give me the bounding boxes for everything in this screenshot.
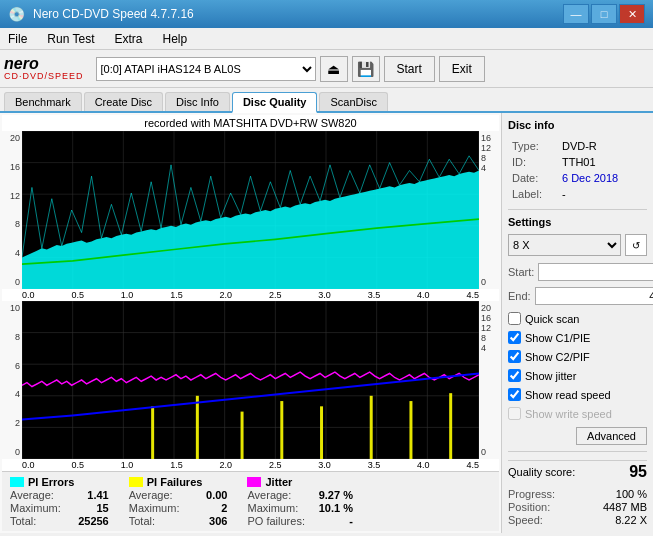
exit-button[interactable]: Exit [439, 56, 485, 82]
tabs: Benchmark Create Disc Disc Info Disc Qua… [0, 88, 653, 113]
minimize-button[interactable]: — [563, 4, 589, 24]
show-write-speed-checkbox[interactable] [508, 407, 521, 420]
jitter-max-label: Maximum: [247, 502, 298, 514]
stats-area: PI Errors Average: 1.41 Maximum: 15 Tota… [2, 471, 499, 531]
end-input[interactable] [535, 287, 653, 305]
pi-failures-avg-label: Average: [129, 489, 173, 501]
nero-logo: nero CD·DVD/SPEED [4, 56, 84, 81]
show-c1-pie-checkbox[interactable] [508, 331, 521, 344]
maximize-button[interactable]: □ [591, 4, 617, 24]
bottom-chart-wrapper: 10 8 6 4 2 0 [2, 301, 499, 459]
pi-errors-total-label: Total: [10, 515, 36, 527]
disc-label-value: - [560, 187, 645, 201]
show-jitter-label: Show jitter [525, 370, 576, 382]
pi-errors-avg-value: 1.41 [69, 489, 109, 501]
eject-button[interactable]: ⏏ [320, 56, 348, 82]
svg-rect-36 [241, 412, 244, 459]
chart-title: recorded with MATSHITA DVD+RW SW820 [2, 115, 499, 131]
show-read-speed-checkbox[interactable] [508, 388, 521, 401]
drive-select[interactable]: [0:0] ATAPI iHAS124 B AL0S [96, 57, 316, 81]
quality-score-value: 95 [629, 463, 647, 481]
pi-failures-total-value: 306 [187, 515, 227, 527]
end-label: End: [508, 290, 531, 302]
progress-label: Progress: [508, 488, 555, 500]
top-chart-canvas [22, 131, 479, 289]
menu-extra[interactable]: Extra [110, 30, 146, 48]
svg-rect-40 [409, 401, 412, 459]
show-c1-pie-label: Show C1/PIE [525, 332, 590, 344]
pi-errors-label: PI Errors [28, 476, 74, 488]
pi-failures-group: PI Failures Average: 0.00 Maximum: 2 Tot… [129, 476, 228, 527]
start-label: Start: [508, 266, 534, 278]
show-c2-pif-row: Show C2/PIF [508, 350, 647, 363]
speed-settings-row: Max1 X2 X4 X8 X12 X16 X ↺ [508, 234, 647, 256]
advanced-button[interactable]: Advanced [576, 427, 647, 445]
tab-scan-disc[interactable]: ScanDisc [319, 92, 387, 111]
disc-info-title: Disc info [508, 119, 647, 131]
speed-status-value: 8.22 X [615, 514, 647, 526]
menu-run-test[interactable]: Run Test [43, 30, 98, 48]
charts-container: 20 16 12 8 4 0 [2, 131, 499, 471]
top-chart-y-left: 20 16 12 8 4 0 [2, 131, 22, 289]
svg-rect-38 [320, 406, 323, 459]
bottom-chart-y-left: 10 8 6 4 2 0 [2, 301, 22, 459]
save-button[interactable]: 💾 [352, 56, 380, 82]
pi-failures-label: PI Failures [147, 476, 203, 488]
position-value: 4487 MB [603, 501, 647, 513]
pi-failures-total-label: Total: [129, 515, 155, 527]
show-jitter-checkbox[interactable] [508, 369, 521, 382]
tab-disc-quality[interactable]: Disc Quality [232, 92, 318, 113]
bottom-chart-x-axis: 0.0 0.5 1.0 1.5 2.0 2.5 3.0 3.5 4.0 4.5 [2, 459, 499, 471]
disc-date-value: 6 Dec 2018 [560, 171, 645, 185]
show-jitter-row: Show jitter [508, 369, 647, 382]
disc-id-value: TTH01 [560, 155, 645, 169]
disc-id-label: ID: [510, 155, 558, 169]
show-c1-pie-row: Show C1/PIE [508, 331, 647, 344]
svg-rect-41 [449, 393, 452, 459]
quick-scan-checkbox[interactable] [508, 312, 521, 325]
svg-rect-37 [280, 401, 283, 459]
start-button[interactable]: Start [384, 56, 435, 82]
tab-disc-info[interactable]: Disc Info [165, 92, 230, 111]
pi-errors-max-label: Maximum: [10, 502, 61, 514]
speed-select[interactable]: Max1 X2 X4 X8 X12 X16 X [508, 234, 621, 256]
jitter-group: Jitter Average: 9.27 % Maximum: 10.1 % P… [247, 476, 352, 527]
pi-errors-total-value: 25256 [69, 515, 109, 527]
quick-scan-row: Quick scan [508, 312, 647, 325]
settings-title: Settings [508, 216, 647, 228]
svg-rect-35 [196, 396, 199, 459]
disc-type-value: DVD-R [560, 139, 645, 153]
tab-create-disc[interactable]: Create Disc [84, 92, 163, 111]
jitter-avg-label: Average: [247, 489, 291, 501]
divider-2 [508, 451, 647, 452]
show-c2-pif-checkbox[interactable] [508, 350, 521, 363]
disc-date-label: Date: [510, 171, 558, 185]
pi-failures-max-value: 2 [187, 502, 227, 514]
quality-score-row: Quality score: 95 [508, 460, 647, 481]
svg-rect-39 [370, 396, 373, 459]
jitter-max-value: 10.1 % [313, 502, 353, 514]
disc-type-row: Type: DVD-R [510, 139, 645, 153]
progress-value: 100 % [616, 488, 647, 500]
right-panel: Disc info Type: DVD-R ID: TTH01 Date: 6 … [501, 113, 653, 533]
menu-help[interactable]: Help [159, 30, 192, 48]
refresh-button[interactable]: ↺ [625, 234, 647, 256]
show-read-speed-label: Show read speed [525, 389, 611, 401]
start-input[interactable] [538, 263, 653, 281]
pi-failures-avg-value: 0.00 [187, 489, 227, 501]
pi-errors-color [10, 477, 24, 487]
chart-area: recorded with MATSHITA DVD+RW SW820 20 1… [0, 113, 501, 533]
menu-bar: File Run Test Extra Help [0, 28, 653, 50]
po-failures-value: - [313, 515, 353, 527]
close-button[interactable]: ✕ [619, 4, 645, 24]
tab-benchmark[interactable]: Benchmark [4, 92, 82, 111]
pi-errors-avg-label: Average: [10, 489, 54, 501]
pi-errors-max-value: 15 [69, 502, 109, 514]
menu-file[interactable]: File [4, 30, 31, 48]
pi-failures-max-label: Maximum: [129, 502, 180, 514]
disc-info-table: Type: DVD-R ID: TTH01 Date: 6 Dec 2018 L… [508, 137, 647, 203]
start-field: Start: MB [508, 263, 647, 281]
show-write-speed-label: Show write speed [525, 408, 612, 420]
window-title: Nero CD-DVD Speed 4.7.7.16 [33, 7, 194, 21]
svg-rect-34 [151, 406, 154, 459]
